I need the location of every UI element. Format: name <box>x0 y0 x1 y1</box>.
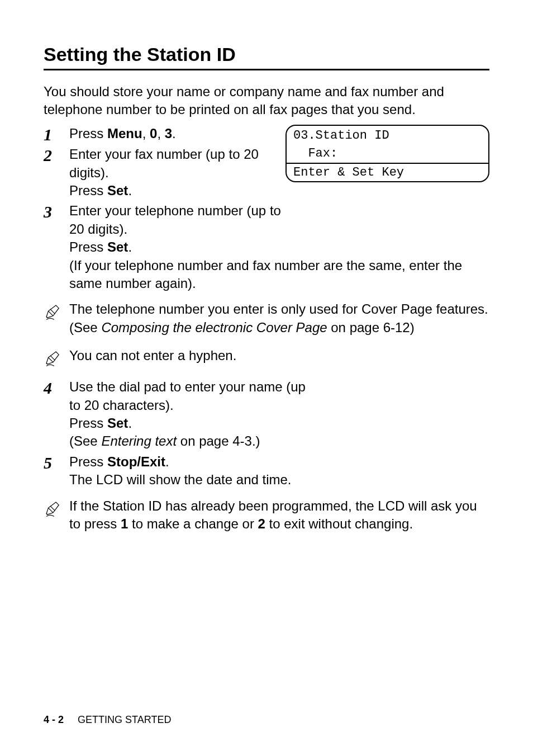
text: (If your telephone number and fax number… <box>69 257 489 293</box>
note-3: If the Station ID has already been progr… <box>44 497 489 533</box>
step-3: 3 Enter your telephone number (up to 20 … <box>44 202 489 292</box>
step-number: 4 <box>44 378 69 397</box>
step-body: Use the dial pad to enter your name (up … <box>69 378 489 451</box>
section-name: GETTING STARTED <box>78 714 171 725</box>
note-2: You can not enter a hyphen. <box>44 347 489 368</box>
text: . <box>165 454 169 469</box>
key-3: 3 <box>165 126 172 141</box>
note-icon <box>44 497 69 518</box>
text: Enter your telephone number (up to 20 di… <box>69 202 287 238</box>
note-body: If the Station ID has already been progr… <box>69 497 489 533</box>
text: . <box>128 239 132 254</box>
note-icon <box>44 347 69 368</box>
key-0: 0 <box>150 126 157 141</box>
text: , <box>142 126 150 141</box>
note-1: The telephone number you enter is only u… <box>44 300 489 337</box>
key-1: 1 <box>121 516 128 531</box>
text: to make a change or <box>128 516 258 531</box>
step-body: Press Menu, 0, 3. <box>69 125 287 143</box>
text: . <box>128 415 132 431</box>
text: to exit without changing. <box>265 516 413 531</box>
page-title: Setting the Station ID <box>44 44 489 70</box>
note-body: The telephone number you enter is only u… <box>69 300 489 337</box>
step-number: 1 <box>44 125 69 144</box>
step-body: Enter your telephone number (up to 20 di… <box>69 202 489 292</box>
text: (See <box>69 433 101 448</box>
key-set: Set <box>107 415 128 431</box>
step-4: 4 Use the dial pad to enter your name (u… <box>44 378 489 451</box>
step-body: Enter your fax number (up to 20 digits).… <box>69 145 287 200</box>
step-5: 5 Press Stop/Exit. The LCD will show the… <box>44 453 489 489</box>
text: Press <box>69 239 107 254</box>
key-set: Set <box>107 183 128 198</box>
text: You can not enter a hyphen. <box>69 348 236 363</box>
text: on page 6-12) <box>327 320 415 335</box>
page-footer: 4 - 2 GETTING STARTED <box>44 714 171 726</box>
lcd-display: 03.Station ID Fax: Enter & Set Key <box>285 125 489 183</box>
text: on page 4-3.) <box>177 433 260 448</box>
intro-text: You should store your name or company na… <box>44 83 489 119</box>
text: The LCD will show the date and time. <box>69 471 489 489</box>
text: Press <box>69 126 107 141</box>
text: Press <box>69 183 107 198</box>
text: Use the dial pad to enter your name (up … <box>69 378 315 414</box>
note-body: You can not enter a hyphen. <box>69 347 489 365</box>
lcd-line-4: Enter & Set Key <box>287 164 488 182</box>
pencil-note-icon <box>44 303 63 322</box>
text: Press <box>69 454 107 469</box>
text: . <box>128 183 132 198</box>
text: . <box>172 126 176 141</box>
note-icon <box>44 300 69 322</box>
key-set: Set <box>107 239 128 254</box>
step-number: 3 <box>44 202 69 221</box>
key-2: 2 <box>258 516 265 531</box>
pencil-note-icon <box>44 349 63 368</box>
page-number: 4 - 2 <box>44 714 64 725</box>
text: Enter your fax number (up to 20 digits). <box>69 145 287 182</box>
step-body: Press Stop/Exit. The LCD will show the d… <box>69 453 489 489</box>
lcd-line-1: 03.Station ID <box>287 127 488 145</box>
lcd-line-3: Fax: <box>287 145 488 163</box>
text: Press <box>69 415 107 431</box>
step-number: 5 <box>44 453 69 472</box>
step-number: 2 <box>44 145 69 164</box>
key-menu: Menu <box>107 126 142 141</box>
pencil-note-icon <box>44 499 63 518</box>
xref-cover-page: Composing the electronic Cover Page <box>101 320 327 335</box>
xref-entering-text: Entering text <box>101 433 177 448</box>
text: , <box>157 126 164 141</box>
key-stop-exit: Stop/Exit <box>107 454 165 469</box>
